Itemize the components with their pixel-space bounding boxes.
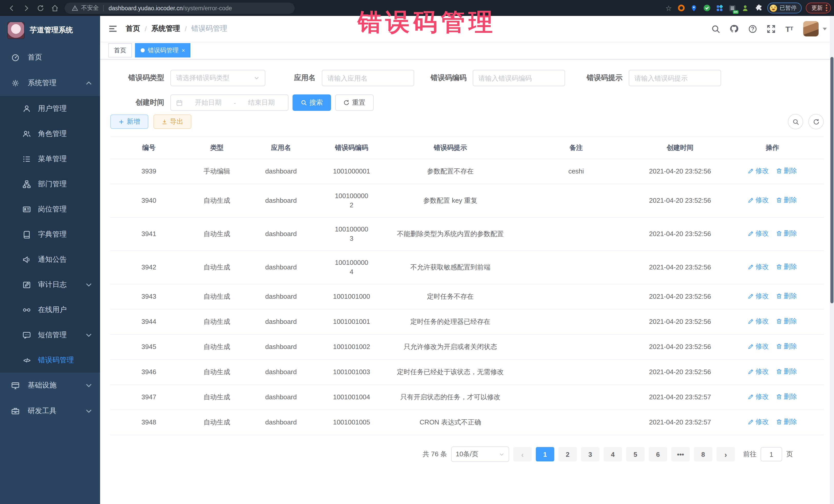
edit-row-button[interactable]: 修改 <box>748 317 769 326</box>
puzzle-extensions-icon[interactable] <box>754 4 762 12</box>
cell-actions: 修改删除 <box>721 309 824 334</box>
address-bar[interactable]: 不安全 dashboard.yudao.iocoder.cn/system/er… <box>65 2 294 14</box>
green-check-extension-icon[interactable] <box>703 4 711 12</box>
next-page-button[interactable]: › <box>717 447 735 461</box>
breadcrumb-item[interactable]: 首页 <box>126 24 140 34</box>
edit-row-button[interactable]: 修改 <box>748 229 769 238</box>
reset-button[interactable]: 重置 <box>335 94 374 111</box>
edit-row-button[interactable]: 修改 <box>748 291 769 301</box>
page-button[interactable]: 3 <box>581 447 599 461</box>
goto-page-input[interactable] <box>761 447 782 461</box>
help-icon[interactable] <box>748 24 757 34</box>
delete-row-button[interactable]: 删除 <box>776 166 797 176</box>
sidebar-item-dept-management[interactable]: 部门管理 <box>0 171 100 197</box>
delete-row-button[interactable]: 删除 <box>776 317 797 326</box>
page-button[interactable]: 4 <box>603 447 622 461</box>
sidebar-item-notice-announce[interactable]: 通知公告 <box>0 247 100 272</box>
create-time-range-picker[interactable]: 开始日期 - 结束日期 <box>170 94 288 111</box>
edit-row-button[interactable]: 修改 <box>748 262 769 271</box>
add-button[interactable]: 新增 <box>110 114 148 129</box>
edit-row-button[interactable]: 修改 <box>748 367 769 376</box>
delete-row-button[interactable]: 删除 <box>776 229 797 238</box>
delete-row-button[interactable]: 删除 <box>776 417 797 426</box>
back-icon[interactable] <box>7 3 17 13</box>
more-pages-button[interactable]: ••• <box>671 447 690 461</box>
search-icon[interactable] <box>711 24 720 34</box>
sidebar-item-home[interactable]: 首页 <box>0 45 100 70</box>
search-button[interactable]: 搜索 <box>292 94 331 111</box>
cell-error-code: 1001001003 <box>316 359 388 385</box>
forward-icon[interactable] <box>22 3 31 13</box>
prev-page-button[interactable]: ‹ <box>513 447 532 461</box>
show-search-toggle-button[interactable] <box>788 114 803 129</box>
orange-ring-extension-icon[interactable] <box>677 4 685 12</box>
avatar <box>803 21 819 37</box>
scrollbar-thumb[interactable] <box>830 57 833 303</box>
delete-row-button[interactable]: 删除 <box>776 367 797 376</box>
sidebar-item-label: 审计日志 <box>38 280 85 289</box>
plus-icon <box>118 119 124 125</box>
sidebar-item-user-management[interactable]: 用户管理 <box>0 96 100 121</box>
user-menu[interactable] <box>803 21 827 37</box>
delete-row-button[interactable]: 删除 <box>776 291 797 301</box>
error-hint-input[interactable] <box>629 70 721 86</box>
tag-item[interactable]: 首页 <box>108 43 132 58</box>
export-button[interactable]: 导出 <box>153 114 192 129</box>
tag-close-icon[interactable]: × <box>182 47 185 53</box>
screen: 不安全 dashboard.yudao.iocoder.cn/system/er… <box>0 0 834 504</box>
delete-row-button[interactable]: 删除 <box>776 196 797 205</box>
edit-row-button[interactable]: 修改 <box>748 166 769 176</box>
home-icon[interactable] <box>50 3 60 13</box>
sidebar-item-infrastructure[interactable]: 基础设施 <box>0 373 100 398</box>
sidebar-item-menu-management[interactable]: 菜单管理 <box>0 146 100 171</box>
page-button[interactable]: 5 <box>626 447 644 461</box>
page-button[interactable]: 6 <box>649 447 667 461</box>
sidebar-item-dict-management[interactable]: 字典管理 <box>0 222 100 247</box>
sidebar-item-dev-tools[interactable]: 研发工具 <box>0 398 100 424</box>
github-icon[interactable] <box>729 24 739 34</box>
page-button[interactable]: 8 <box>694 447 712 461</box>
page-scrollbar[interactable] <box>830 16 834 504</box>
blue-grid-extension-icon[interactable] <box>716 4 724 12</box>
sidebar-item-error-code-management[interactable]: </>错误码管理 <box>0 348 100 373</box>
sidebar-item-audit-log[interactable]: 审计日志 <box>0 272 100 297</box>
tag-active[interactable]: 错误码管理× <box>135 43 191 58</box>
page-button[interactable]: 2 <box>558 447 577 461</box>
sidebar-item-online-users[interactable]: 在线用户 <box>0 297 100 322</box>
green-sprout-extension-icon[interactable] <box>741 4 749 12</box>
app-name-input[interactable] <box>322 70 414 86</box>
delete-row-button[interactable]: 删除 <box>776 342 797 351</box>
fullscreen-icon[interactable] <box>766 24 775 34</box>
cell-app-name: dashboard <box>246 217 316 251</box>
edit-row-button[interactable]: 修改 <box>748 417 769 426</box>
error-code-type-select[interactable]: 请选择错误码类型 <box>170 70 265 86</box>
reload-icon[interactable] <box>36 3 45 13</box>
bookmark-star-icon[interactable]: ☆ <box>665 4 672 12</box>
cell-error-hint: 参数配置 key 重复 <box>388 184 513 217</box>
profile-paused-badge[interactable]: 已暂停 <box>767 3 802 13</box>
edit-row-button[interactable]: 修改 <box>748 196 769 205</box>
browser-update-button[interactable]: 更新 <box>806 3 831 13</box>
edit-row-button[interactable]: 修改 <box>748 342 769 351</box>
breadcrumb-item[interactable]: 错误码管理 <box>192 24 227 34</box>
sidebar-item-role-management[interactable]: 角色管理 <box>0 121 100 146</box>
column-header: 错误码编码 <box>316 137 388 159</box>
app-logo[interactable]: 芋道管理系统 <box>0 16 100 45</box>
delete-row-button[interactable]: 删除 <box>776 262 797 271</box>
sidebar-item-sms-management[interactable]: 短信管理 <box>0 322 100 348</box>
sidebar-item-system-management[interactable]: 系统管理 <box>0 70 100 96</box>
page-size-select[interactable]: 10条/页 <box>451 446 509 462</box>
edit-row-button[interactable]: 修改 <box>748 392 769 401</box>
breadcrumb-item[interactable]: 系统管理 <box>151 24 180 34</box>
refresh-icon <box>343 100 350 106</box>
error-code-input[interactable] <box>473 70 565 86</box>
list-extension-icon[interactable]: on <box>728 4 737 12</box>
delete-row-button[interactable]: 删除 <box>776 392 797 401</box>
browser-menu-icon[interactable] <box>826 5 827 11</box>
refresh-table-button[interactable] <box>808 114 824 129</box>
page-button[interactable]: 1 <box>536 447 554 461</box>
hamburger-icon[interactable] <box>108 24 117 34</box>
blue-pin-extension-icon[interactable] <box>690 4 698 12</box>
sidebar-item-post-management[interactable]: 岗位管理 <box>0 197 100 222</box>
font-size-icon[interactable]: TT <box>785 24 794 34</box>
